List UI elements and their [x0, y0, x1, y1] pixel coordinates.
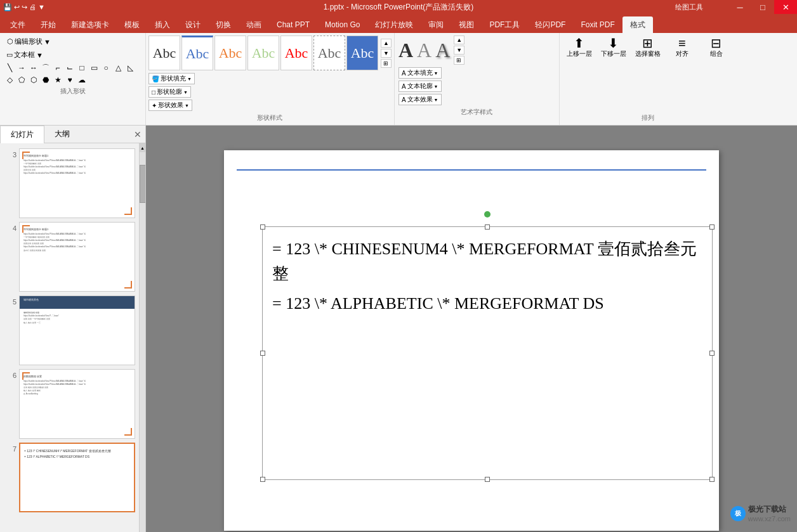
tab-slides[interactable]: 幻灯片 — [0, 126, 44, 143]
roundrect-shape[interactable]: ▭ — [88, 62, 100, 74]
slide-canvas[interactable]: = 123 \* CHINESENUM4 \* MERGEFORMAT 壹佰贰拾… — [224, 150, 719, 531]
shape-style-1[interactable]: Abc — [148, 36, 180, 70]
text-fill-dropdown[interactable]: ▼ — [434, 71, 438, 75]
tab-motion-go[interactable]: Motion Go — [317, 16, 367, 33]
abc-scroll-up[interactable]: ▲ — [381, 39, 392, 48]
tab-file[interactable]: 文件 — [3, 16, 33, 33]
art-letter-A1[interactable]: A — [398, 40, 413, 60]
cloud-shape[interactable]: ☁ — [76, 74, 88, 86]
sidebar-close-button[interactable]: ✕ — [134, 129, 142, 139]
art-scroll-up[interactable]: ▲ — [454, 36, 464, 44]
scroll-up-arrow[interactable]: ▲ — [140, 143, 146, 152]
handle-top-mid[interactable] — [485, 224, 490, 230]
art-letter-A3[interactable]: A — [435, 40, 450, 60]
hexagon-shape[interactable]: ⬡ — [28, 74, 39, 86]
star-shape[interactable]: ★ — [52, 74, 63, 86]
heart-shape[interactable]: ♥ — [64, 74, 76, 86]
text-effect-dropdown[interactable]: ▼ — [434, 98, 438, 102]
shape-style-7[interactable]: Abc — [346, 36, 378, 70]
octagon-shape[interactable]: ⬣ — [40, 74, 51, 86]
outline-dropdown-icon[interactable]: ▼ — [183, 90, 188, 94]
tab-start[interactable]: 开始 — [33, 16, 63, 33]
art-letter-A2[interactable]: A — [417, 40, 431, 60]
tab-new[interactable]: 新建选项卡 — [63, 16, 117, 33]
tab-outline[interactable]: 大纲 — [44, 126, 80, 143]
handle-bot-mid[interactable] — [485, 477, 490, 482]
tab-insert[interactable]: 插入 — [147, 16, 178, 33]
shape-style-6[interactable]: Abc — [313, 36, 345, 70]
curve-shape[interactable]: ⌒ — [40, 62, 51, 74]
rotate-handle[interactable] — [484, 211, 491, 217]
tab-qingshan-pdf[interactable]: 轻闪PDF — [527, 16, 573, 33]
scroll-thumb[interactable] — [140, 165, 146, 203]
save-icon[interactable]: 💾 — [3, 3, 12, 11]
maximize-button[interactable]: □ — [751, 0, 774, 14]
align-button[interactable]: ≡ 对齐 — [666, 36, 698, 60]
tab-review[interactable]: 审阅 — [421, 16, 451, 33]
handle-top-left[interactable] — [260, 224, 265, 230]
text-box-selected[interactable]: = 123 \* CHINESENUM4 \* MERGEFORMAT 壹佰贰拾… — [262, 226, 713, 480]
slide-thumb-3[interactable]: 3 书写规则选项卡 标题1 https://builder.bookmarks/… — [4, 148, 135, 218]
tab-format[interactable]: 格式 — [622, 16, 653, 33]
text-box-dropdown[interactable]: ▼ — [36, 51, 43, 59]
minimize-button[interactable]: ─ — [728, 0, 751, 14]
slide-thumb-6[interactable]: 6 的数据数据 设置 https://builder.bookmarks/Vie… — [4, 369, 135, 439]
shape-style-4[interactable]: Abc — [247, 36, 279, 70]
print-icon[interactable]: 🖨 — [29, 3, 36, 11]
slide-thumb-7[interactable]: 7 = 123 \* CHINESENUM4 \* MERGEFORMAT 壹佰… — [4, 443, 135, 512]
sidebar-scrollbar[interactable]: ▲ ▼ — [139, 143, 145, 532]
triangle-shape[interactable]: △ — [112, 62, 124, 74]
selection-pane-button[interactable]: ⊞ 选择窗格 — [632, 36, 664, 60]
slide-thumb-5[interactable]: 5 城市建筑景色 编辑形状选项 标题 https://builder.bookm… — [4, 295, 135, 365]
shape-fill-button[interactable]: 🪣 形状填充 ▼ — [148, 73, 195, 84]
handle-top-right[interactable] — [709, 224, 715, 230]
tab-chat-ppt[interactable]: Chat PPT — [269, 16, 317, 33]
text-outline-dropdown[interactable]: ▼ — [434, 84, 438, 89]
shape-style-2[interactable]: Abc — [181, 36, 213, 70]
connector-shape[interactable]: ⌐ — [52, 62, 63, 74]
tab-pdf-tools[interactable]: PDF工具 — [482, 16, 527, 33]
handle-bot-left[interactable] — [260, 477, 265, 482]
doublearrow-shape[interactable]: ↔ — [28, 62, 39, 74]
undo-icon[interactable]: ↩ — [14, 3, 20, 11]
customize-icon[interactable]: ▼ — [38, 3, 45, 11]
tab-slideshow[interactable]: 幻灯片放映 — [367, 16, 421, 33]
redo-icon[interactable]: ↪ — [22, 3, 27, 11]
tab-design[interactable]: 设计 — [178, 16, 208, 33]
shape-effect-button[interactable]: ✦ 形状效果 ▼ — [148, 100, 192, 111]
diamond-shape[interactable]: ◇ — [4, 74, 15, 86]
abc-more[interactable]: ⊞ — [381, 59, 392, 68]
group-button[interactable]: ⊟ 组合 — [701, 36, 732, 60]
shape-style-5[interactable]: Abc — [280, 36, 312, 70]
text-box-button[interactable]: ▭ 文本框 ▼ — [4, 49, 46, 60]
tab-animation[interactable]: 动画 — [239, 16, 269, 33]
tab-transition[interactable]: 切换 — [208, 16, 239, 33]
shape-outline-button[interactable]: □ 形状轮廓 ▼ — [148, 86, 191, 98]
abc-scroll-down[interactable]: ▼ — [381, 49, 392, 58]
edit-shape-dropdown[interactable]: ▼ — [44, 38, 51, 46]
shape-style-3[interactable]: Abc — [214, 36, 246, 70]
text-effect-button[interactable]: A 文本效果 ▼ — [398, 94, 442, 105]
slide-thumb-4[interactable]: 4 书写规则选项卡 标题1 https://builder.bookmarks/… — [4, 222, 135, 292]
elbow-shape[interactable]: ⌙ — [64, 62, 76, 74]
handle-mid-left[interactable] — [260, 351, 265, 356]
rtriangle-shape[interactable]: ◺ — [124, 62, 136, 74]
tab-template[interactable]: 模板 — [117, 16, 147, 33]
tab-foxit-pdf[interactable]: Foxit PDF — [573, 16, 622, 33]
edit-shape-button[interactable]: ⬡ 编辑形状 ▼ — [4, 36, 54, 48]
arrow-shape[interactable]: → — [16, 62, 27, 74]
send-back-button[interactable]: ⬇ 下移一层 — [598, 36, 629, 60]
line-shape[interactable]: ╲ — [4, 62, 15, 74]
bring-forward-button[interactable]: ⬆ 上移一层 — [563, 36, 595, 60]
handle-bot-right[interactable] — [709, 477, 715, 482]
oval-shape[interactable]: ○ — [100, 62, 112, 74]
tab-view[interactable]: 视图 — [451, 16, 482, 33]
art-scroll-down[interactable]: ▼ — [454, 46, 464, 55]
fill-dropdown-icon[interactable]: ▼ — [187, 77, 192, 81]
rect-shape[interactable]: □ — [76, 62, 88, 74]
effect-dropdown-icon[interactable]: ▼ — [185, 103, 189, 108]
close-button[interactable]: ✕ — [774, 0, 797, 14]
art-more[interactable]: ⊞ — [454, 56, 464, 65]
text-outline-button[interactable]: A 文本轮廓 ▼ — [398, 81, 442, 92]
text-fill-button[interactable]: A 文本填充 ▼ — [398, 67, 442, 79]
